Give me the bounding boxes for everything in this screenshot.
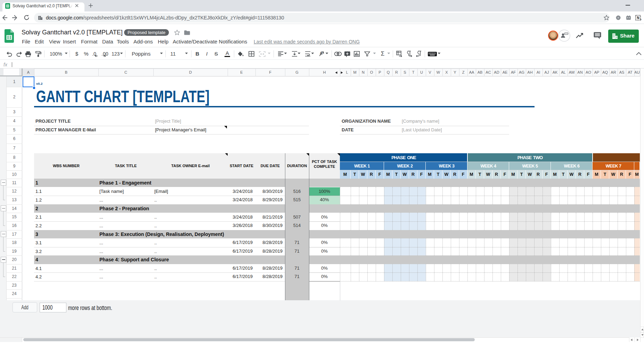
svg-text:+: + — [640, 18, 642, 21]
svg-text:N: N — [637, 16, 639, 20]
svg-text:A: A — [320, 51, 323, 55]
